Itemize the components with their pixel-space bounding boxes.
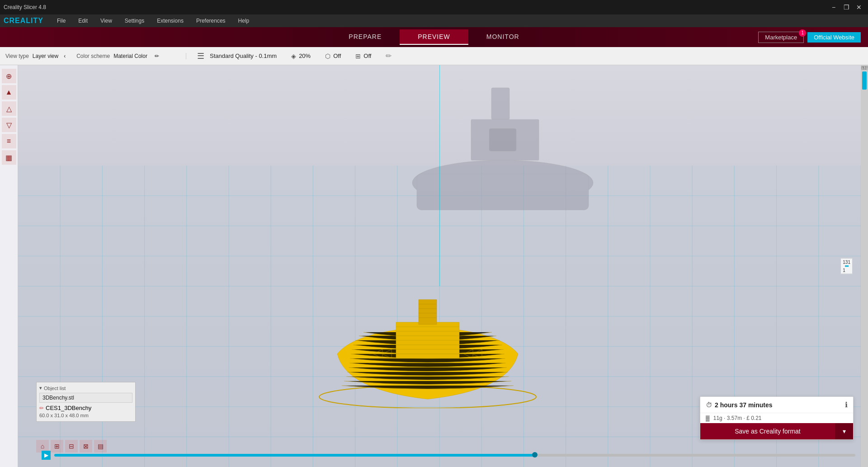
support-value: Off	[333, 52, 341, 59]
guide-line-vertical	[439, 65, 440, 286]
toolbar: View type Layer view ‹ Color scheme Mate…	[0, 47, 868, 65]
color-scheme-edit-icon[interactable]: ✏	[155, 53, 159, 59]
object-dimensions: 60.0 x 31.0 x 48.0 mm	[39, 412, 132, 419]
print-time-value: 2 hours 37 minutes	[715, 401, 773, 409]
menu-extensions[interactable]: Extensions	[154, 17, 186, 25]
print-time: ⏱ 2 hours 37 minutes	[706, 401, 773, 409]
print-stats: ▓ 11g · 3.57m · £ 0.21	[700, 413, 853, 423]
marketplace-button[interactable]: Marketplace 1	[758, 32, 804, 43]
svg-rect-34	[417, 174, 589, 210]
object-file: 3DBenchy.stl	[39, 393, 132, 403]
layer-indicator: 131 1	[840, 258, 853, 274]
menubar: CREALITY File Edit View Settings Extensi…	[0, 14, 868, 27]
stats-icon: ▓	[706, 415, 710, 421]
menu-help[interactable]: Help	[236, 17, 252, 25]
tool-2[interactable]: ▲	[2, 85, 16, 100]
tab-preview[interactable]: PREVIEW	[400, 29, 468, 45]
menu-settings[interactable]: Settings	[122, 17, 147, 25]
tool-1[interactable]: ⊕	[2, 69, 16, 83]
tab-monitor[interactable]: MONITOR	[468, 29, 538, 45]
toolbar-center: ☰ Standard Quality - 0.1mm ◈ 20% ⬡ Off ⊞…	[186, 51, 863, 61]
tool-4[interactable]: ▽	[2, 118, 16, 132]
timeline: ▶	[36, 451, 861, 460]
titlebar: Creality Slicer 4.8 − ❐ ✕	[0, 0, 868, 14]
tab-prepare[interactable]: PREPARE	[330, 29, 400, 45]
object-list: ▾ Object list 3DBenchy.stl ✏ CES1_3DBenc…	[36, 382, 136, 422]
right-scrollbar[interactable]: 131	[861, 65, 868, 467]
infill-icon: ◈	[291, 52, 296, 60]
object-edit-row: ✏ CES1_3DBenchy	[39, 404, 132, 412]
bottom-tool-5-icon: ▤	[98, 443, 104, 450]
clock-icon: ⏱	[706, 401, 712, 409]
support-setting: ⬡ Off	[325, 52, 341, 60]
nav-tabs: PREPARE PREVIEW MONITOR	[330, 29, 537, 45]
color-scheme-value: Material Color	[113, 53, 147, 59]
timeline-track[interactable]	[54, 454, 855, 457]
layer-slider-thumb[interactable]	[845, 266, 849, 267]
object-edit-icon: ✏	[39, 405, 44, 411]
profile-edit-icon[interactable]: ✏	[386, 52, 392, 60]
topnav: PREPARE PREVIEW MONITOR Marketplace 1 Of…	[0, 27, 868, 47]
infill-setting: ◈ 20%	[291, 52, 311, 60]
tool-1-icon: ⊕	[6, 72, 12, 81]
print-stats-value: 11g · 3.57m · £ 0.21	[713, 415, 762, 421]
layer-number-bottom: 1	[843, 268, 850, 273]
info-alert-icon[interactable]: ℹ	[845, 400, 848, 409]
profile-icon: ☰	[197, 51, 204, 61]
home-icon: ⌂	[41, 443, 44, 450]
tool-6-icon: ▦	[5, 153, 12, 162]
bottom-tool-2-icon: ⊞	[54, 443, 60, 450]
svg-rect-30	[491, 88, 509, 119]
left-tools: ⊕ ▲ △ ▽ ≡ ▦	[0, 65, 18, 467]
infill-value: 20%	[299, 52, 311, 59]
restore-button[interactable]: ❐	[841, 3, 852, 12]
main-area: ⊕ ▲ △ ▽ ≡ ▦	[0, 65, 868, 467]
marketplace-badge: 1	[799, 29, 806, 37]
close-button[interactable]: ✕	[854, 3, 864, 12]
tool-3-icon: △	[6, 105, 12, 113]
timeline-thumb[interactable]	[532, 452, 538, 457]
save-dropdown-button[interactable]: ▾	[835, 423, 853, 439]
timeline-play-button[interactable]: ▶	[42, 451, 51, 460]
menu-file[interactable]: File	[54, 17, 68, 25]
tool-2-icon: ▲	[5, 88, 13, 96]
svg-rect-44	[419, 300, 437, 324]
model-ghost	[394, 83, 620, 255]
print-info-panel: ⏱ 2 hours 37 minutes ℹ ▓ 11g · 3.57m · £…	[700, 396, 854, 440]
topnav-right-buttons: Marketplace 1 Official Website	[758, 32, 861, 43]
app-logo: CREALITY	[4, 17, 43, 25]
object-list-title: Object list	[44, 386, 66, 391]
window-controls: − ❐ ✕	[828, 3, 864, 12]
adhesion-value: Off	[363, 52, 371, 59]
viewport[interactable]: ▾ Object list 3DBenchy.stl ✏ CES1_3DBenc…	[18, 65, 861, 467]
menu-preferences[interactable]: Preferences	[193, 17, 228, 25]
minimize-button[interactable]: −	[828, 3, 839, 12]
bottom-tool-4-icon: ⊠	[83, 443, 89, 450]
tool-4-icon: ▽	[6, 121, 12, 129]
view-type-chevron[interactable]: ‹	[64, 53, 66, 59]
color-scheme-label: Color scheme	[76, 53, 110, 59]
support-icon: ⬡	[325, 52, 330, 60]
tool-3[interactable]: △	[2, 101, 16, 116]
view-type-label: View type	[5, 53, 29, 59]
save-btn-row: Save as Creality format ▾	[700, 423, 853, 439]
play-icon: ▶	[44, 452, 48, 458]
adhesion-setting: ⊞ Off	[355, 52, 371, 60]
bottom-tool-3-icon: ⊟	[69, 443, 74, 450]
profile-name: Standard Quality - 0.1mm	[210, 52, 277, 59]
timeline-progress	[54, 454, 535, 457]
toolbar-view-section: View type Layer view ‹ Color scheme Mate…	[5, 53, 186, 59]
tool-5-icon: ≡	[7, 137, 11, 145]
official-website-button[interactable]: Official Website	[807, 32, 861, 43]
save-creality-button[interactable]: Save as Creality format	[700, 423, 835, 439]
tool-6[interactable]: ▦	[2, 150, 16, 165]
model-main	[310, 263, 545, 408]
menu-view[interactable]: View	[98, 17, 115, 25]
tool-5[interactable]: ≡	[2, 134, 16, 148]
chevron-down-icon: ▾	[843, 428, 846, 435]
svg-rect-32	[489, 129, 516, 151]
scroll-thumb[interactable]	[862, 71, 867, 90]
print-info-header: ⏱ 2 hours 37 minutes ℹ	[700, 397, 853, 413]
menu-edit[interactable]: Edit	[75, 17, 90, 25]
object-list-collapse-icon[interactable]: ▾	[39, 385, 42, 391]
